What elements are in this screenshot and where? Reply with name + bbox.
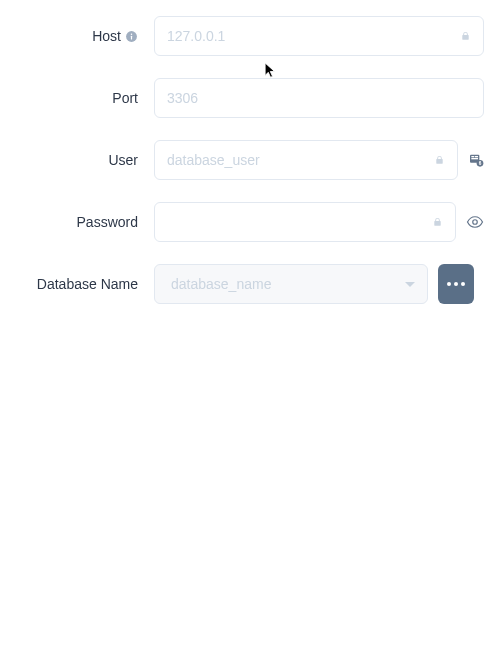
row-database: Database Name database_name — [0, 264, 484, 304]
label-port-wrap: Port — [0, 90, 154, 106]
lock-icon — [460, 30, 471, 42]
more-icon — [461, 282, 465, 286]
svg-rect-5 — [475, 156, 478, 157]
host-icons — [460, 30, 471, 42]
label-password: Password — [77, 214, 138, 230]
label-host-wrap: Host — [0, 28, 154, 44]
svg-rect-4 — [471, 156, 474, 157]
svg-point-9 — [473, 220, 478, 225]
field-user: 6 — [154, 140, 484, 180]
svg-point-1 — [131, 33, 133, 35]
chevron-down-icon — [405, 282, 415, 287]
user-icons — [434, 154, 445, 166]
row-host: Host — [0, 16, 484, 56]
label-password-wrap: Password — [0, 214, 154, 230]
password-input[interactable] — [167, 203, 424, 241]
more-icon — [454, 282, 458, 286]
lock-icon — [434, 154, 445, 166]
row-port: Port — [0, 78, 484, 118]
label-user: User — [108, 152, 138, 168]
label-port: Port — [112, 90, 138, 106]
user-input[interactable] — [167, 141, 426, 179]
svg-rect-2 — [131, 35, 132, 39]
more-icon — [447, 282, 451, 286]
field-database: database_name — [154, 264, 484, 304]
host-input[interactable] — [167, 17, 452, 55]
label-database-wrap: Database Name — [0, 276, 154, 292]
more-actions-button[interactable] — [438, 264, 474, 304]
svg-text:6: 6 — [479, 161, 482, 166]
field-password — [154, 202, 484, 242]
eye-icon[interactable] — [466, 213, 484, 231]
database-select[interactable]: database_name — [154, 264, 428, 304]
lock-icon — [432, 216, 443, 228]
sid-icon[interactable]: 6 — [468, 152, 484, 168]
info-icon[interactable] — [125, 30, 138, 43]
database-select-placeholder: database_name — [171, 276, 405, 292]
port-input-wrap — [154, 78, 484, 118]
database-connection-form: Host Port — [0, 0, 500, 304]
password-icons — [432, 216, 443, 228]
row-user: User 6 — [0, 140, 484, 180]
row-password: Password — [0, 202, 484, 242]
field-port — [154, 78, 484, 118]
svg-rect-6 — [471, 158, 478, 159]
host-input-wrap — [154, 16, 484, 56]
password-input-wrap — [154, 202, 456, 242]
port-input[interactable] — [167, 79, 471, 117]
field-host — [154, 16, 484, 56]
user-input-wrap — [154, 140, 458, 180]
label-database: Database Name — [37, 276, 138, 292]
label-host: Host — [92, 28, 121, 44]
label-user-wrap: User — [0, 152, 154, 168]
